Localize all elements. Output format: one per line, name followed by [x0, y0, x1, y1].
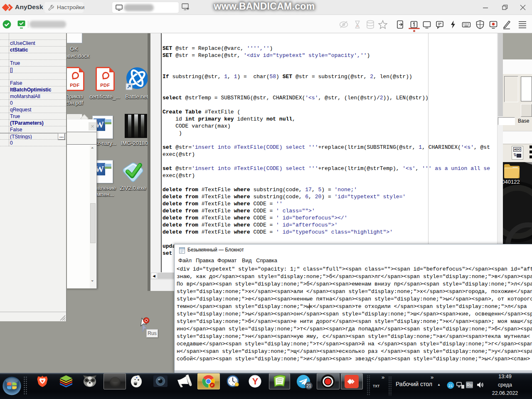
- svg-text:21: 21: [448, 384, 453, 388]
- svg-text:21: 21: [306, 384, 311, 388]
- svg-text:Y: Y: [252, 376, 259, 387]
